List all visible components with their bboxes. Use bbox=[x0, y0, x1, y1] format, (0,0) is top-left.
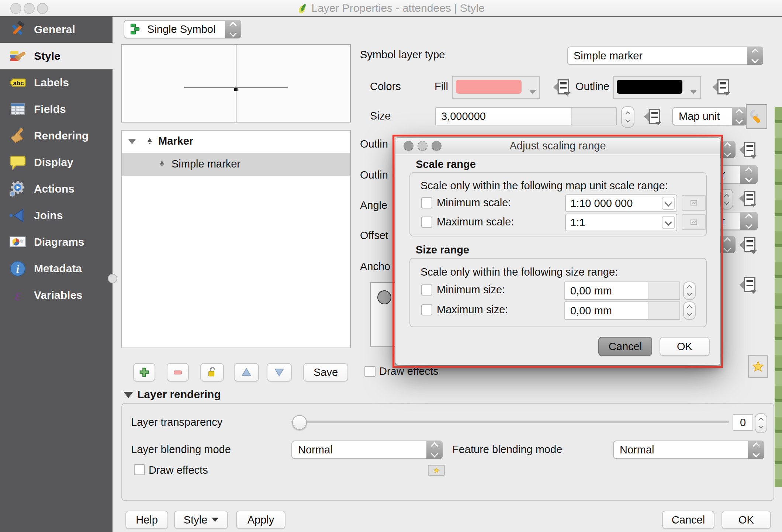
layer-draw-effects-checkbox[interactable] bbox=[134, 464, 145, 475]
sidebar: General Style abc Labels bbox=[0, 16, 113, 532]
map-scale-icon bbox=[690, 219, 698, 225]
size-data-defined-button[interactable] bbox=[643, 108, 662, 125]
sidebar-item-diagrams[interactable]: Diagrams bbox=[0, 229, 113, 255]
minimum-scale-combo[interactable]: 1:10 000 000 bbox=[565, 194, 677, 212]
minimum-scale-checkbox[interactable] bbox=[421, 197, 432, 208]
layer-blending-stepper[interactable] bbox=[426, 441, 443, 459]
clipped-unit-stepper-1[interactable] bbox=[740, 165, 758, 184]
sidebar-item-actions[interactable]: Actions bbox=[0, 176, 113, 202]
clipped-spin-1[interactable] bbox=[720, 189, 733, 210]
clipped-unit-stepper-2[interactable] bbox=[740, 212, 758, 230]
sidebar-item-variables[interactable]: ε Variables bbox=[0, 282, 113, 308]
lock-colors-button[interactable] bbox=[200, 363, 224, 381]
adjust-scaling-range-button[interactable] bbox=[746, 104, 767, 129]
offset-label: Offset bbox=[360, 229, 388, 242]
sidebar-item-fields[interactable]: Fields bbox=[0, 96, 113, 122]
minimum-scale-map-button[interactable] bbox=[682, 195, 706, 211]
maximum-size-input[interactable]: 0,00 mm bbox=[564, 301, 680, 320]
anchor-data-defined-button[interactable] bbox=[738, 276, 758, 294]
outline-width-data-defined-button[interactable] bbox=[738, 141, 758, 159]
outline-color-button[interactable] bbox=[613, 76, 701, 99]
maximum-size-label: Maximum size: bbox=[437, 304, 508, 316]
fill-color-button[interactable] bbox=[452, 76, 540, 99]
angle-label: Angle bbox=[360, 199, 387, 211]
size-input[interactable]: 3,000000 bbox=[435, 107, 617, 125]
outline-label: Outline bbox=[575, 80, 609, 93]
fill-color-dropdown-arrow[interactable] bbox=[529, 90, 536, 94]
clipped-stepper-1[interactable] bbox=[719, 141, 736, 158]
layer-blending-select[interactable]: Normal bbox=[291, 441, 443, 459]
maximum-scale-map-button[interactable] bbox=[682, 214, 706, 230]
minimum-scale-dropdown-button[interactable] bbox=[662, 197, 675, 210]
clipped-stepper-2[interactable] bbox=[719, 236, 736, 253]
sidebar-item-labels[interactable]: abc Labels bbox=[0, 69, 113, 96]
feature-blending-select[interactable]: Normal bbox=[613, 441, 764, 459]
single-symbol-icon bbox=[129, 23, 141, 35]
transparency-slider-track[interactable] bbox=[291, 421, 729, 423]
sidebar-item-style[interactable]: Style bbox=[0, 43, 113, 69]
maximum-scale-checkbox[interactable] bbox=[421, 217, 432, 228]
size-unit-select[interactable]: Map unit bbox=[672, 107, 747, 125]
transparency-stepper[interactable] bbox=[755, 413, 767, 433]
transparency-slider-knob[interactable] bbox=[292, 415, 307, 430]
sidebar-item-general[interactable]: General bbox=[0, 16, 113, 43]
symbol-layer-type-stepper[interactable] bbox=[747, 46, 763, 65]
minimum-size-input[interactable]: 0,00 mm bbox=[564, 281, 680, 300]
modal-cancel-button[interactable]: Cancel bbox=[598, 337, 652, 356]
save-symbol-button[interactable]: Save bbox=[303, 363, 348, 381]
metadata-icon: i bbox=[9, 260, 27, 277]
transparency-value-input[interactable]: 0 bbox=[733, 414, 753, 431]
remove-symbol-layer-button[interactable] bbox=[167, 363, 189, 381]
renderer-select-stepper[interactable] bbox=[225, 20, 241, 38]
tree-expander-icon[interactable] bbox=[128, 139, 136, 144]
outline-data-defined-button[interactable] bbox=[712, 78, 731, 96]
anchor-point-handle[interactable] bbox=[377, 290, 391, 304]
tree-item-marker[interactable]: Marker bbox=[158, 135, 193, 147]
svg-text:ε: ε bbox=[15, 287, 21, 304]
layer-draw-effects-label: Draw effects bbox=[149, 464, 208, 476]
sidebar-item-rendering[interactable]: Rendering bbox=[0, 122, 113, 149]
sidebar-scroll-handle[interactable] bbox=[108, 274, 117, 283]
marker-dot bbox=[234, 88, 238, 91]
offset-data-defined-button[interactable] bbox=[738, 236, 758, 254]
outline-color-swatch bbox=[617, 80, 682, 94]
modal-ok-button[interactable]: OK bbox=[660, 337, 710, 356]
add-symbol-layer-button[interactable] bbox=[133, 363, 155, 381]
size-stepper[interactable] bbox=[621, 106, 634, 128]
svg-text:abc: abc bbox=[13, 80, 24, 87]
move-layer-up-button[interactable] bbox=[234, 363, 259, 381]
sidebar-item-metadata[interactable]: i Metadata bbox=[0, 255, 113, 282]
feature-blending-stepper[interactable] bbox=[748, 441, 764, 459]
maximum-scale-dropdown-button[interactable] bbox=[662, 216, 675, 229]
sidebar-item-joins[interactable]: Joins bbox=[0, 202, 113, 229]
maximum-scale-combo[interactable]: 1:1 bbox=[565, 214, 677, 231]
apply-button[interactable]: Apply bbox=[236, 511, 286, 529]
size-unit-stepper[interactable] bbox=[732, 107, 747, 125]
renderer-select[interactable]: Single Symbol bbox=[124, 20, 241, 38]
draw-effects-star-button[interactable] bbox=[428, 465, 445, 476]
minimum-size-checkbox[interactable] bbox=[421, 284, 432, 296]
help-button[interactable]: Help bbox=[125, 511, 168, 529]
effects-star-button[interactable] bbox=[748, 355, 768, 378]
maximum-size-checkbox[interactable] bbox=[421, 304, 432, 315]
display-icon bbox=[9, 153, 27, 171]
modal-titlebar: Adjust scaling range bbox=[395, 138, 720, 154]
dialog-ok-button[interactable]: OK bbox=[722, 511, 771, 529]
symbol-draw-effects-checkbox[interactable] bbox=[364, 366, 376, 377]
style-menu-button[interactable]: Style bbox=[174, 511, 228, 529]
dialog-cancel-button[interactable]: Cancel bbox=[662, 511, 714, 529]
angle-data-defined-button[interactable] bbox=[738, 190, 758, 207]
outline-color-dropdown-arrow[interactable] bbox=[690, 90, 697, 94]
sidebar-item-display[interactable]: Display bbox=[0, 149, 113, 176]
tree-item-simple-marker[interactable]: Simple marker bbox=[172, 158, 241, 170]
layer-transparency-label: Layer transparency bbox=[131, 416, 222, 428]
symbol-tree: Marker Simple marker bbox=[121, 130, 351, 348]
unlock-icon bbox=[206, 366, 218, 378]
move-layer-down-button[interactable] bbox=[267, 363, 292, 381]
fill-data-defined-button[interactable] bbox=[552, 78, 571, 96]
maximum-size-stepper[interactable] bbox=[683, 301, 696, 320]
minimum-size-stepper[interactable] bbox=[683, 281, 696, 300]
adjust-scaling-range-dialog: Adjust scaling range Scale range Scale o… bbox=[395, 137, 720, 365]
symbol-layer-type-select[interactable]: Simple marker bbox=[567, 46, 763, 65]
layer-rendering-collapse-icon[interactable] bbox=[124, 392, 133, 398]
